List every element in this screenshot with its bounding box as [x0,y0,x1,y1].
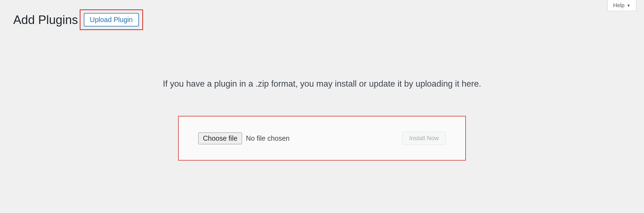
help-tab[interactable]: Help ▼ [607,0,636,11]
install-now-button[interactable]: Install Now [402,132,446,145]
upload-plugin-button[interactable]: Upload Plugin [84,13,139,26]
upload-form: Choose file No file chosen Install Now [179,116,465,160]
page-title: Add Plugins [13,12,78,28]
page-header: Add Plugins Upload Plugin [13,9,143,30]
upload-form-highlight: Choose file No file chosen Install Now [178,116,466,161]
instruction-text: If you have a plugin in a .zip format, y… [0,79,644,89]
file-input-group: Choose file No file chosen [198,132,290,144]
choose-file-button[interactable]: Choose file [198,132,242,144]
chevron-down-icon: ▼ [627,3,630,8]
help-label: Help [613,2,624,9]
file-status-text: No file chosen [246,134,289,142]
upload-button-highlight: Upload Plugin [80,9,143,30]
